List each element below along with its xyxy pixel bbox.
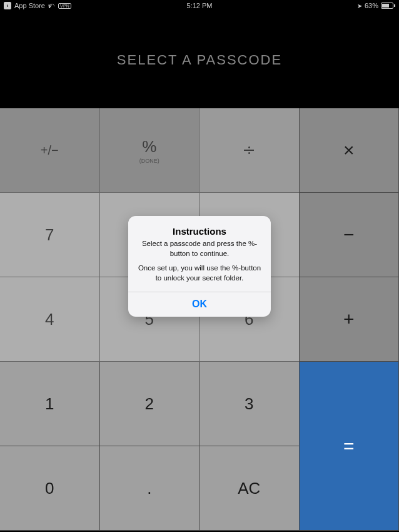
key-minus[interactable]: − — [300, 193, 400, 277]
key-equals[interactable]: = — [300, 362, 400, 531]
key-multiply[interactable]: × — [300, 108, 400, 193]
page-title: SELECT A PASSCODE — [117, 52, 282, 68]
instructions-alert: Instructions Select a passcode and press… — [128, 216, 271, 317]
status-time: 5:12 PM — [187, 2, 213, 9]
key-percent-done[interactable]: % (DONE) — [100, 108, 200, 193]
status-left: ‹ App Store 𝞶 ◠ VPN — [4, 2, 71, 10]
divide-icon — [244, 146, 254, 154]
key-0[interactable]: 0 — [0, 446, 100, 531]
header: SELECT A PASSCODE — [0, 11, 399, 108]
calculator-keypad: +/− % (DONE) × 7 8 9 − 4 5 6 + 1 2 3 = 0… — [0, 108, 399, 531]
vpn-indicator: VPN — [58, 3, 71, 9]
key-2[interactable]: 2 — [100, 362, 200, 446]
alert-message: Select a passcode and press the %-button… — [137, 239, 262, 283]
key-ac[interactable]: AC — [200, 446, 300, 531]
battery-percent: 63% — [365, 2, 378, 9]
key-plusminus[interactable]: +/− — [0, 108, 100, 193]
location-icon: ➤ — [357, 3, 362, 9]
key-7[interactable]: 7 — [0, 193, 100, 277]
back-chevron-icon[interactable]: ‹ — [4, 2, 11, 9]
key-plus[interactable]: + — [300, 277, 400, 362]
alert-ok-button[interactable]: OK — [128, 292, 271, 317]
key-divide[interactable] — [200, 108, 300, 193]
status-right: ➤ 63% — [357, 2, 395, 9]
status-back-label[interactable]: App Store — [14, 2, 45, 9]
status-bar: ‹ App Store 𝞶 ◠ VPN 5:12 PM ➤ 63% — [0, 0, 399, 11]
alert-title: Instructions — [137, 226, 262, 237]
key-4[interactable]: 4 — [0, 277, 100, 362]
key-1[interactable]: 1 — [0, 362, 100, 446]
wifi-icon: ◠ — [49, 2, 55, 10]
battery-icon — [381, 3, 395, 9]
key-3[interactable]: 3 — [200, 362, 300, 446]
key-decimal[interactable]: . — [100, 446, 200, 531]
